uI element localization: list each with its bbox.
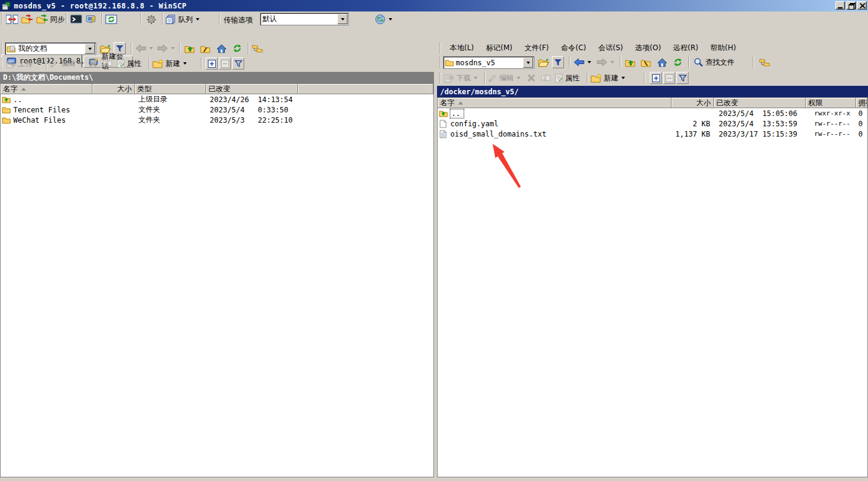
left-column-size[interactable]: 大小: [92, 84, 135, 94]
file-owner: 0: [856, 108, 867, 118]
toolbar-grip[interactable]: [644, 73, 646, 83]
right-parent-directory-button[interactable]: [623, 55, 638, 69]
toolbar-grip[interactable]: [1, 13, 3, 24]
left-column-type[interactable]: 类型: [135, 84, 206, 94]
right-collapse-button[interactable]: [663, 72, 675, 84]
toolbar-grip[interactable]: [219, 13, 221, 24]
compare-panels-button[interactable]: [5, 12, 19, 27]
toolbar-grip[interactable]: [131, 43, 132, 54]
menu-help[interactable]: 帮助(H): [705, 42, 741, 54]
left-column-modified[interactable]: 已改变: [206, 84, 298, 94]
transfer-options-combo[interactable]: 默认: [260, 13, 349, 25]
download-button[interactable]: 下载: [442, 71, 479, 85]
toolbar-grip[interactable]: [1, 43, 3, 54]
left-path-bar[interactable]: D:\我的文档\Documents\: [0, 72, 434, 83]
menu-mark[interactable]: 标记(M): [481, 42, 518, 54]
menu-local[interactable]: 本地(L): [444, 42, 479, 54]
right-back-button[interactable]: [572, 55, 592, 69]
menu-file[interactable]: 文件(F): [519, 42, 554, 54]
right-root-directory-button[interactable]: [639, 55, 653, 69]
left-properties-button[interactable]: 属性: [115, 56, 143, 71]
toolbar-grip[interactable]: [569, 57, 571, 68]
right-column-size[interactable]: 大小: [672, 98, 714, 108]
right-new-button[interactable]: 新建: [589, 71, 626, 85]
left-back-button[interactable]: [134, 41, 154, 56]
right-directory-tree-button[interactable]: [757, 55, 772, 69]
left-open-directory-button[interactable]: [98, 41, 112, 56]
toolbar-grip[interactable]: [201, 58, 202, 69]
table-row[interactable]: .. 2023/5/4 15:05:06 rwxr-xr-x 0: [438, 108, 867, 118]
right-properties-button[interactable]: 属性: [553, 71, 581, 85]
file-modified: 2023/5/4 13:53:59: [714, 118, 806, 129]
combo-dropdown-button[interactable]: [85, 44, 95, 54]
right-column-modified[interactable]: 已改变: [714, 98, 806, 108]
left-root-directory-button[interactable]: [198, 41, 213, 56]
right-column-name[interactable]: 名字: [438, 98, 672, 108]
open-terminal-button[interactable]: [69, 12, 83, 27]
table-row[interactable]: config.yaml 2 KB 2023/5/4 13:53:59 rw-r-…: [438, 118, 867, 129]
toolbar-grip[interactable]: [140, 13, 142, 24]
right-home-directory-button[interactable]: [655, 55, 669, 69]
synchronize-button[interactable]: 同步: [35, 12, 66, 27]
toolbar-grip[interactable]: [439, 43, 441, 54]
right-edit-button[interactable]: 编辑: [487, 71, 522, 85]
left-directory-tree-button[interactable]: [250, 41, 265, 56]
restore-button[interactable]: [846, 1, 856, 10]
toolbar-grip[interactable]: [179, 43, 181, 54]
left-column-name[interactable]: 名字: [1, 84, 92, 94]
find-files-button[interactable]: 查找文件: [692, 55, 736, 69]
right-filter-list-button[interactable]: [676, 72, 688, 84]
preferences-button[interactable]: [144, 12, 158, 27]
refresh-session-button[interactable]: [104, 12, 118, 27]
toolbar-grip[interactable]: [753, 57, 754, 68]
close-button[interactable]: [857, 1, 867, 10]
right-filter-button[interactable]: [552, 56, 564, 68]
left-drive-combo[interactable]: 我的文档: [5, 42, 96, 55]
left-edit-button[interactable]: 编辑: [48, 56, 83, 71]
table-row[interactable]: .. 上级目录 2023/4/26 14:13:54: [1, 94, 433, 105]
queue-button[interactable]: 队列: [164, 12, 201, 27]
left-rename-button[interactable]: a: [100, 56, 115, 71]
right-dir-combo[interactable]: mosdns_v5: [443, 56, 534, 69]
menu-session[interactable]: 会话(S): [593, 42, 629, 54]
close-icon: [860, 3, 865, 8]
right-forward-button[interactable]: [595, 55, 615, 69]
combo-dropdown-button[interactable]: [337, 14, 348, 24]
left-filter-button[interactable]: [114, 42, 126, 54]
right-column-perms[interactable]: 权限: [806, 98, 856, 108]
right-rename-button[interactable]: a: [539, 71, 553, 85]
left-filter-list-button[interactable]: [232, 57, 244, 69]
table-row[interactable]: WeChat Files 文件夹 2023/5/3 22:25:10: [1, 115, 433, 125]
main-toolbar: 同步 队列 传输选项 默认: [0, 11, 868, 27]
left-refresh-button[interactable]: [230, 41, 244, 56]
console-session-button[interactable]: [84, 12, 99, 27]
left-new-button[interactable]: 新建: [151, 56, 188, 71]
menu-command[interactable]: 命令(C): [555, 42, 592, 54]
table-row[interactable]: Tencent Files 文件夹 2023/5/4 0:33:50: [1, 105, 433, 115]
synchronize-label: 同步: [50, 15, 65, 25]
right-expand-button[interactable]: [650, 72, 662, 84]
toolbar-grip[interactable]: [1, 58, 3, 69]
session-manager-button[interactable]: [374, 12, 394, 27]
left-upload-button[interactable]: 上传: [4, 56, 40, 71]
left-delete-button[interactable]: [86, 56, 100, 71]
right-open-directory-button[interactable]: [536, 55, 551, 69]
left-forward-button[interactable]: [156, 41, 176, 56]
right-refresh-button[interactable]: [670, 55, 685, 69]
right-path-bar[interactable]: /docker/mosdns_v5/: [437, 86, 868, 97]
left-home-directory-button[interactable]: [214, 41, 228, 56]
right-column-owner[interactable]: 拥有者: [856, 98, 867, 108]
left-expand-button[interactable]: [206, 57, 218, 69]
left-parent-directory-button[interactable]: [183, 41, 197, 56]
toolbar-grip[interactable]: [439, 57, 441, 68]
menu-remote[interactable]: 远程(R): [668, 42, 704, 54]
right-delete-button[interactable]: [524, 71, 539, 85]
synchronize-browsing-button[interactable]: [20, 12, 34, 27]
toolbar-grip[interactable]: [620, 57, 621, 68]
combo-dropdown-button[interactable]: [523, 57, 533, 68]
minimize-button[interactable]: [835, 1, 845, 10]
menu-options[interactable]: 选项(O): [630, 42, 667, 54]
toolbar-separator: [66, 13, 67, 25]
toolbar-grip[interactable]: [439, 73, 441, 83]
left-collapse-button[interactable]: [219, 57, 231, 69]
